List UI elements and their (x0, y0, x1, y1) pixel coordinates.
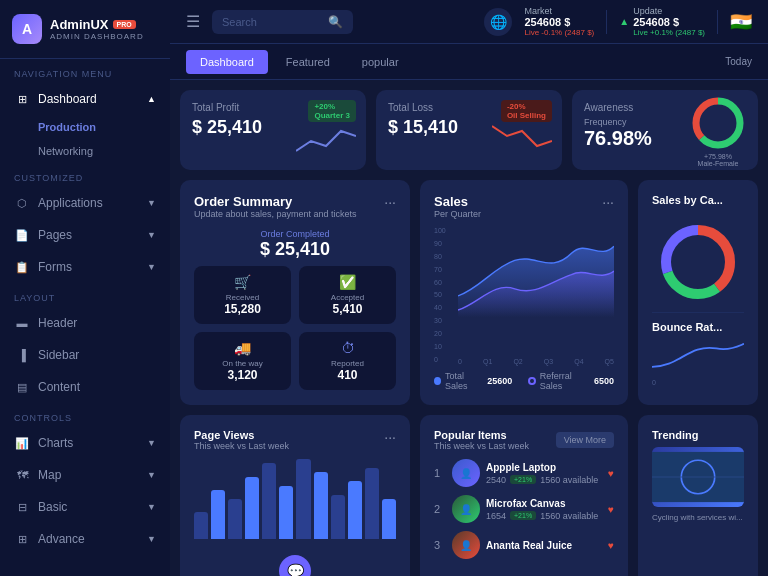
nav-sub-production[interactable]: Production (0, 115, 170, 139)
heart-icon: ♥ (608, 504, 614, 515)
market-info: Market 254608 $ Live -0.1% (2487 $) (524, 6, 594, 37)
nav-item-charts[interactable]: 📊 Charts ▼ (0, 427, 170, 459)
order-completed: Order Completed $ 25,410 (194, 229, 396, 260)
referral-sales-legend: Referral Sales 6500 (528, 371, 614, 391)
advance-icon: ⊞ (14, 531, 30, 547)
pageviews-title: Page Views (194, 429, 289, 441)
order-stats-grid: 🛒 Received 15,280 ✅ Accepted 5,410 🚚 On … (194, 266, 396, 390)
search-input[interactable] (222, 16, 322, 28)
map-icon: 🗺 (14, 467, 30, 483)
chevron-down-map: ▼ (147, 470, 156, 480)
awareness-card: Awareness Frequency 76.98% +75.98% Male-… (572, 90, 758, 170)
bar (262, 463, 276, 539)
header-icon: ▬ (14, 315, 30, 331)
loss-sparkline (492, 121, 552, 160)
globe-icon: 🌐 (484, 8, 512, 36)
bar (228, 499, 242, 539)
order-summary-card: Order Summary Update about sales, paymen… (180, 180, 410, 405)
order-more-button[interactable]: ··· (384, 194, 396, 210)
logo-area: A AdminUX PRO ADMIN DASHBOARD (0, 0, 170, 59)
heart-icon: ♥ (608, 540, 614, 551)
reported-icon: ⏱ (307, 340, 388, 356)
nav-item-forms[interactable]: 📋 Forms ▼ (0, 251, 170, 283)
bar (245, 477, 259, 539)
chevron-up-icon: ▲ (147, 94, 156, 104)
accepted-icon: ✅ (307, 274, 388, 290)
topbar: ☰ 🔍 🌐 Market 254608 $ Live -0.1% (2487 $… (170, 0, 768, 44)
trending-image (652, 447, 744, 507)
nav-item-sidebar[interactable]: ▐ Sidebar (0, 339, 170, 371)
loss-badge: -20% Oil Selling (501, 100, 552, 122)
nav-item-map[interactable]: 🗺 Map ▼ (0, 459, 170, 491)
bar-chart (194, 459, 396, 539)
basic-icon: ⊟ (14, 499, 30, 515)
applications-icon: ⬡ (14, 195, 30, 211)
tab-dashboard[interactable]: Dashboard (186, 50, 268, 74)
chat-button[interactable]: 💬 (279, 555, 311, 576)
bar (194, 512, 208, 539)
received-icon: 🛒 (202, 274, 283, 290)
popular-sub: This week vs Last week (434, 441, 529, 451)
today-button[interactable]: Today (725, 56, 752, 67)
order-stat-reported: ⏱ Reported 410 (299, 332, 396, 390)
dashboard-content: Total Profit $ 25,410 +20% Quarter 3 Tot… (170, 80, 768, 576)
sales-more-button[interactable]: ··· (602, 194, 614, 210)
tab-featured[interactable]: Featured (272, 50, 344, 74)
flag-icon: 🇮🇳 (730, 11, 752, 33)
nav-label-content: Content (38, 380, 80, 394)
order-stat-accepted: ✅ Accepted 5,410 (299, 266, 396, 324)
popular-title: Popular Items (434, 429, 529, 441)
pageviews-more-button[interactable]: ··· (384, 429, 396, 445)
sidebar-icon: ▐ (14, 347, 30, 363)
nav-item-applications[interactable]: ⬡ Applications ▼ (0, 187, 170, 219)
main-area: ☰ 🔍 🌐 Market 254608 $ Live -0.1% (2487 $… (170, 0, 768, 576)
popular-header: Popular Items This week vs Last week Vie… (434, 429, 614, 451)
avatar: 👤 (452, 531, 480, 559)
heart-icon: ♥ (608, 468, 614, 479)
hamburger-icon[interactable]: ☰ (186, 12, 200, 31)
nav-item-header[interactable]: ▬ Header (0, 307, 170, 339)
update-info: Update 254608 $ Live +0.1% (2487 $) (633, 6, 705, 37)
nav-section-1: NAVIGATION MENU (0, 59, 170, 83)
onway-icon: 🚚 (202, 340, 283, 356)
sidebar: A AdminUX PRO ADMIN DASHBOARD NAVIGATION… (0, 0, 170, 576)
nav-item-basic[interactable]: ⊟ Basic ▼ (0, 491, 170, 523)
nav-sub-networking[interactable]: Networking (0, 139, 170, 163)
trending-sub: Cycling with services wi... (652, 513, 744, 522)
tab-popular[interactable]: popular (348, 50, 413, 74)
nav-item-content[interactable]: ▤ Content (0, 371, 170, 403)
bar (211, 490, 225, 539)
nav-section-4: CONTROLS (0, 403, 170, 427)
bar (331, 495, 345, 539)
nav-item-dashboard[interactable]: ⊞ Dashboard ▲ (0, 83, 170, 115)
bar (348, 481, 362, 539)
nav-item-advance[interactable]: ⊞ Advance ▼ (0, 523, 170, 555)
view-more-button[interactable]: View More (556, 432, 614, 448)
sales-sub: Per Quarter (434, 209, 481, 219)
sales-footer: Total Sales 25600 Referral Sales 6500 (434, 371, 614, 391)
bar (296, 459, 310, 539)
divider2 (717, 10, 718, 34)
sales-chart: 100 90 80 70 60 50 40 30 20 10 0 (434, 225, 614, 365)
trending-card: Trending Cycling with services wi... (638, 415, 758, 576)
nav-item-pages[interactable]: 📄 Pages ▼ (0, 219, 170, 251)
nav-label-header: Header (38, 316, 77, 330)
logo-text-block: AdminUX PRO ADMIN DASHBOARD (50, 17, 144, 41)
pro-badge: PRO (113, 20, 136, 29)
avatar: 👤 (452, 459, 480, 487)
stat-cards-row: Total Profit $ 25,410 +20% Quarter 3 Tot… (180, 90, 758, 170)
chevron-down-advance: ▼ (147, 534, 156, 544)
profit-sparkline (296, 121, 356, 160)
forms-icon: 📋 (14, 259, 30, 275)
chevron-down-basic: ▼ (147, 502, 156, 512)
search-box[interactable]: 🔍 (212, 10, 353, 34)
sales-by-title: Sales by Ca... (652, 194, 744, 206)
nav-label-charts: Charts (38, 436, 73, 450)
nav-label-forms: Forms (38, 260, 72, 274)
bounce-title: Bounce Rat... (652, 321, 744, 333)
popular-items-card: Popular Items This week vs Last week Vie… (420, 415, 628, 576)
nav-label-applications: Applications (38, 196, 103, 210)
app-name: AdminUX (50, 17, 109, 32)
list-item: 2 👤 Microfax Canvas 1654 +21% 1560 avail… (434, 495, 614, 523)
pageviews-sub: This week vs Last week (194, 441, 289, 451)
